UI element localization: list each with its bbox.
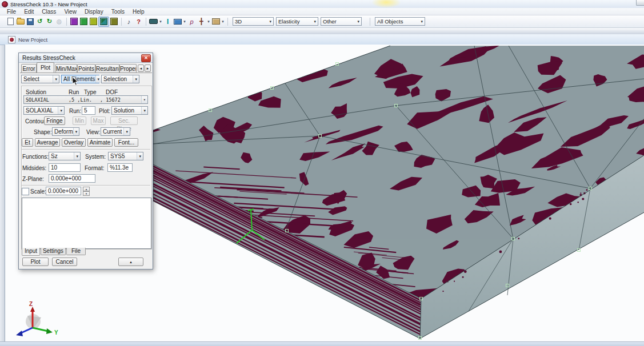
- save-icon[interactable]: [25, 17, 35, 26]
- document-title-bar[interactable]: New Project: [0, 34, 644, 45]
- system-combo[interactable]: SYS5▾: [108, 152, 143, 160]
- bottom-tab-file[interactable]: File: [66, 248, 86, 255]
- help-icon[interactable]: ?: [134, 17, 143, 26]
- sync-disabled-icon: ◍: [54, 17, 64, 26]
- dialog-title: Results StressCheck: [22, 55, 75, 61]
- menu-help[interactable]: Help: [129, 9, 149, 15]
- plot-list-area[interactable]: [22, 198, 151, 249]
- run-column-label: Run: [69, 89, 79, 95]
- cancel-button[interactable]: Cancel: [52, 258, 77, 266]
- tab-properties[interactable]: Proper: [119, 64, 137, 73]
- scale-spinner[interactable]: ▴▾: [83, 187, 90, 195]
- ibeam-section-icon[interactable]: I: [163, 17, 173, 26]
- attach-icon[interactable]: ╋: [197, 17, 206, 26]
- menu-display[interactable]: Display: [81, 9, 107, 15]
- type-column-label: Type: [84, 89, 97, 95]
- bottom-tab-settings[interactable]: Settings: [41, 248, 66, 255]
- method-combo[interactable]: Other▾: [321, 17, 362, 26]
- solution-summary-combo[interactable]: SOLAXIAL ,5 ,Lin. , 15672 ▾: [23, 95, 148, 104]
- theory-combo[interactable]: Elasticity▾: [276, 17, 318, 26]
- curves-mode-icon[interactable]: [79, 17, 89, 26]
- audio-note-icon[interactable]: ♪: [124, 17, 134, 26]
- layers-dropdown-arrow[interactable]: ▾: [182, 19, 187, 24]
- et-button[interactable]: Et: [22, 138, 33, 147]
- scale-input[interactable]: 0.000e+000: [46, 187, 81, 195]
- system-label: System:: [85, 154, 106, 160]
- layers-icon[interactable]: [173, 17, 182, 26]
- material-dropdown-arrow[interactable]: ▾: [158, 19, 163, 24]
- tab-error[interactable]: Error: [21, 64, 37, 73]
- menu-view[interactable]: View: [60, 9, 81, 15]
- tab-scroll-right[interactable]: ▸: [145, 65, 151, 72]
- menu-class[interactable]: Class: [38, 9, 60, 15]
- collapse-button[interactable]: ▴: [118, 258, 143, 266]
- window-bottom-edge: [0, 341, 644, 346]
- zplane-input[interactable]: 0.000e+000: [49, 174, 95, 183]
- export-icon[interactable]: ↻: [45, 17, 54, 26]
- tab-baseline: [20, 73, 152, 73]
- triad-y-label: Y: [54, 329, 58, 336]
- mesh-mode-icon[interactable]: [98, 17, 109, 27]
- new-document-icon[interactable]: [6, 17, 15, 26]
- attach-dropdown-arrow[interactable]: ▾: [206, 19, 211, 24]
- solution-column-label: Solution: [26, 89, 46, 95]
- toolbar-separator: [121, 18, 122, 26]
- title-bar[interactable]: StressCheck 10.3 - New Project: [0, 0, 644, 9]
- menu-edit[interactable]: Edit: [20, 9, 38, 15]
- format-label: Format:: [85, 165, 104, 171]
- dialog-title-bar[interactable]: Results StressCheck: [19, 53, 153, 63]
- open-folder-icon[interactable]: [15, 17, 25, 26]
- main-toolbar: ↺ ↻ ◍ ♪ ? ▾ I ▾ p ╋ ▾ ▾ 3D▾ Elasticity▾ …: [0, 15, 644, 28]
- toolbar-separator: [370, 18, 370, 26]
- separator: [22, 185, 150, 186]
- dimension-combo[interactable]: 3D▾: [233, 17, 274, 26]
- parameter-icon[interactable]: p: [187, 17, 197, 26]
- average-button[interactable]: Average: [35, 138, 60, 147]
- functions-combo[interactable]: Sz▾: [49, 152, 81, 160]
- font-button[interactable]: Font...: [114, 138, 138, 147]
- window-control-fragment[interactable]: [636, 0, 644, 6]
- bottom-tab-input[interactable]: Input: [22, 248, 40, 256]
- material-swatch-icon[interactable]: [149, 17, 158, 26]
- window-title: StressCheck 10.3 - New Project: [10, 1, 87, 7]
- toolbar-separator: [66, 18, 67, 26]
- format-input[interactable]: %11.3e: [107, 163, 133, 172]
- view-combo[interactable]: Current▾: [101, 127, 130, 136]
- camera-dropdown-arrow[interactable]: ▾: [221, 19, 225, 24]
- midsides-label: Midsides:: [22, 165, 46, 171]
- tab-minmax[interactable]: Min/Max: [55, 64, 77, 73]
- application-window: StressCheck 10.3 - New Project File Edit…: [0, 0, 644, 346]
- global-triad: Z Y: [16, 301, 58, 336]
- selection-combo[interactable]: Selection▾: [101, 75, 139, 83]
- solution-name-combo[interactable]: SOLAXIAL▾: [23, 106, 65, 115]
- app-icon: [2, 1, 8, 7]
- tab-resultant[interactable]: Resultant: [95, 64, 119, 73]
- tab-scroll-left[interactable]: ◂: [138, 65, 144, 72]
- menu-file[interactable]: File: [3, 9, 20, 15]
- menu-tools[interactable]: Tools: [107, 9, 129, 15]
- midsides-input[interactable]: 10: [49, 163, 81, 172]
- import-icon[interactable]: ↺: [35, 17, 45, 26]
- animate-button[interactable]: Animate: [87, 138, 113, 147]
- dof-column-label: DOF: [106, 89, 118, 95]
- tab-plot[interactable]: Plot: [37, 62, 54, 73]
- select-mode-combo[interactable]: Select▾: [21, 75, 59, 83]
- shape-combo[interactable]: Deform▾: [52, 127, 79, 136]
- scale-checkbox[interactable]: [22, 188, 29, 195]
- objects-filter-combo[interactable]: All Objects▾: [375, 17, 425, 26]
- max-button: Max: [91, 116, 106, 125]
- run-input[interactable]: 5: [82, 106, 95, 115]
- camera-icon[interactable]: [211, 17, 221, 26]
- plot-type-combo[interactable]: Solution▾: [111, 106, 148, 115]
- toolbar-separator: [146, 18, 146, 26]
- tab-points[interactable]: Points: [77, 64, 95, 73]
- entity-combo[interactable]: All Elements▾: [61, 75, 99, 83]
- fringe-button[interactable]: Fringe: [44, 116, 65, 125]
- overlay-button[interactable]: Overlay: [62, 138, 86, 147]
- dialog-close-button[interactable]: ✕: [141, 54, 151, 62]
- results-dialog[interactable]: Results StressCheck ✕ Error Plot Min/Max…: [18, 53, 153, 269]
- solids-mode-icon[interactable]: [109, 17, 119, 26]
- plot-button[interactable]: Plot: [22, 258, 49, 266]
- points-mode-icon[interactable]: [69, 17, 79, 26]
- surfaces-mode-icon[interactable]: [89, 17, 98, 26]
